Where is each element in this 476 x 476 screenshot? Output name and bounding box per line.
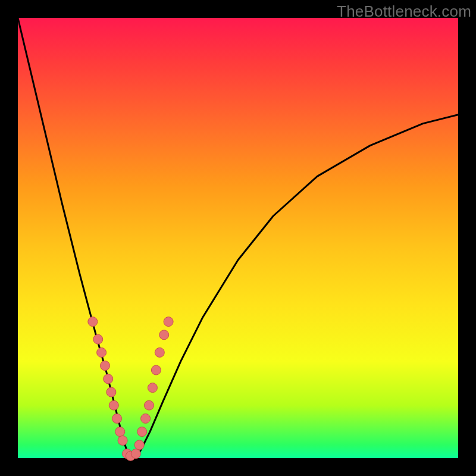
data-point (109, 400, 118, 410)
data-point (134, 440, 144, 450)
data-point (131, 449, 140, 459)
data-point (107, 387, 116, 397)
data-point (101, 361, 110, 371)
data-point (137, 427, 147, 437)
data-point (155, 347, 164, 357)
data-point (115, 427, 125, 437)
chart-frame: TheBottleneck.com (0, 0, 476, 476)
data-point (141, 414, 151, 423)
data-point (118, 436, 127, 445)
data-point (112, 414, 122, 423)
data-point (148, 383, 157, 393)
data-point (93, 334, 103, 344)
data-point (88, 317, 98, 327)
watermark-text: TheBottleneck.com (337, 2, 471, 21)
data-point (145, 400, 154, 410)
data-point (97, 347, 107, 357)
bottleneck-curve (18, 18, 458, 458)
data-point (159, 330, 169, 340)
curve-layer (18, 18, 458, 458)
plot-area (18, 18, 458, 458)
data-point (151, 365, 161, 375)
data-point (104, 374, 113, 384)
data-point (164, 317, 173, 327)
